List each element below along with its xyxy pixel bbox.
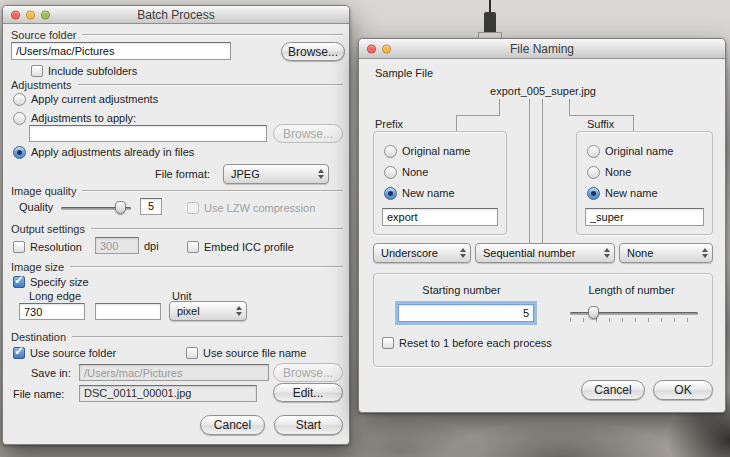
- suffix-name-input[interactable]: [585, 208, 704, 226]
- batch-titlebar[interactable]: Batch Process: [3, 6, 349, 24]
- suffix-separator-select[interactable]: None: [619, 243, 713, 263]
- batch-window-controls: [11, 10, 50, 19]
- suffix-none-label: None: [605, 166, 631, 178]
- checkbox-icon: [13, 241, 25, 253]
- resolution-label: Resolution: [30, 241, 82, 253]
- adjustments-file-input[interactable]: [29, 125, 267, 142]
- checkbox-icon: [186, 347, 198, 359]
- section-source-folder: Source folder: [11, 29, 343, 41]
- section-image-quality-label: Image quality: [11, 185, 76, 197]
- reset-before-process-label: Reset to 1 before each process: [399, 337, 552, 349]
- file-name-field: DSC_0011_00001.jpg: [79, 385, 257, 402]
- start-button[interactable]: Start: [274, 415, 343, 435]
- suffix-separator-value: None: [627, 247, 653, 259]
- short-edge-input[interactable]: [95, 303, 161, 320]
- radio-apply-adjustments-in-files[interactable]: Apply adjustments already in files: [13, 145, 194, 159]
- connector-line: [569, 99, 570, 115]
- use-lzw-label: Use LZW compression: [204, 202, 315, 214]
- section-image-quality: Image quality: [11, 185, 343, 197]
- naming-cancel-button[interactable]: Cancel: [581, 380, 645, 400]
- long-edge-input[interactable]: [19, 303, 85, 320]
- connector-line: [456, 116, 457, 131]
- suffix-box-label: Suffix: [587, 118, 614, 130]
- zoom-button[interactable]: [41, 10, 50, 19]
- prefix-original-label: Original name: [402, 145, 470, 157]
- radio-prefix-new-name[interactable]: New name: [384, 186, 455, 200]
- checkbox-checked-icon: ✓: [13, 276, 25, 288]
- radio-suffix-none[interactable]: None: [587, 165, 631, 179]
- use-source-file-name-checkbox[interactable]: Use source file name: [186, 346, 306, 360]
- popup-arrows-icon: [604, 248, 610, 258]
- reset-before-process-checkbox[interactable]: Reset to 1 before each process: [382, 336, 552, 350]
- quality-label: Quality: [19, 201, 53, 213]
- prefix-name-input[interactable]: [382, 208, 498, 226]
- quality-slider-thumb[interactable]: [115, 201, 126, 214]
- radio-suffix-new-name[interactable]: New name: [587, 186, 658, 200]
- include-subfolders-checkbox[interactable]: Include subfolders: [31, 64, 137, 78]
- checkbox-icon: [382, 337, 394, 349]
- minimize-button[interactable]: [26, 10, 35, 19]
- section-source-folder-label: Source folder: [11, 29, 76, 41]
- connector-line: [569, 115, 634, 116]
- long-edge-label: Long edge: [29, 290, 81, 302]
- resolution-input: [95, 237, 139, 254]
- unit-value: pixel: [177, 305, 200, 317]
- checkmark-icon: ✓: [14, 345, 24, 357]
- section-destination: Destination: [11, 331, 343, 343]
- dpi-label: dpi: [144, 240, 159, 252]
- quality-value-field[interactable]: 5: [140, 198, 162, 215]
- save-in-label: Save in:: [31, 367, 71, 379]
- use-source-folder-checkbox[interactable]: ✓ Use source folder: [13, 346, 116, 360]
- file-format-label: File format:: [155, 168, 210, 180]
- ok-button[interactable]: OK: [653, 380, 713, 400]
- batch-process-window: Batch Process Source folder Browse... In…: [2, 5, 350, 445]
- section-output-settings-label: Output settings: [11, 223, 85, 235]
- radio-icon: [384, 145, 397, 158]
- unit-select[interactable]: pixel: [169, 301, 247, 321]
- sequence-type-select[interactable]: Sequential number: [475, 243, 615, 263]
- specify-size-checkbox[interactable]: ✓ Specify size: [13, 275, 89, 289]
- statue-silhouette: [484, 12, 496, 34]
- sample-file-name: export_005_super.jpg: [359, 85, 727, 97]
- sequence-type-value: Sequential number: [483, 247, 575, 259]
- suffix-groupbox: Original name None New name: [576, 131, 713, 235]
- file-format-select[interactable]: JPEG: [223, 164, 329, 184]
- radio-adjustments-to-apply[interactable]: Adjustments to apply:: [13, 111, 136, 125]
- checkbox-icon: [187, 202, 199, 214]
- radio-suffix-original-name[interactable]: Original name: [587, 144, 673, 158]
- close-button[interactable]: [367, 44, 376, 53]
- prefix-separator-select[interactable]: Underscore: [373, 243, 471, 263]
- embed-icc-checkbox[interactable]: Embed ICC profile: [187, 240, 294, 254]
- edit-file-name-button[interactable]: Edit...: [273, 383, 343, 402]
- radio-prefix-original-name[interactable]: Original name: [384, 144, 470, 158]
- source-browse-button[interactable]: Browse...: [281, 42, 345, 61]
- connector-line: [542, 99, 543, 243]
- connector-line: [633, 116, 634, 131]
- file-naming-window: File Naming Sample File export_005_super…: [358, 38, 726, 413]
- section-adjustments: Adjustments: [11, 79, 343, 91]
- save-in-field: [79, 364, 269, 381]
- close-button[interactable]: [11, 10, 20, 19]
- popup-arrows-icon: [702, 248, 708, 258]
- checkbox-icon: [31, 65, 43, 77]
- minimize-button[interactable]: [382, 44, 391, 53]
- naming-window-controls: [367, 44, 391, 53]
- radio-selected-icon: [587, 187, 600, 200]
- radio-prefix-none[interactable]: None: [384, 165, 428, 179]
- resolution-checkbox[interactable]: Resolution: [13, 240, 82, 254]
- section-image-size: Image size: [11, 261, 343, 273]
- naming-titlebar[interactable]: File Naming: [359, 39, 725, 59]
- specify-size-label: Specify size: [30, 276, 89, 288]
- radio-apply-current-adjustments[interactable]: Apply current adjustments: [13, 92, 158, 106]
- number-length-slider-thumb[interactable]: [588, 306, 599, 319]
- apply-current-label: Apply current adjustments: [31, 93, 158, 105]
- checkbox-icon: [187, 241, 199, 253]
- batch-cancel-button[interactable]: Cancel: [200, 415, 265, 435]
- radio-icon: [587, 145, 600, 158]
- source-folder-input[interactable]: [11, 42, 231, 60]
- starting-number-input[interactable]: [398, 304, 534, 322]
- batch-window-title: Batch Process: [137, 8, 214, 22]
- number-length-slider-ticks: [570, 318, 699, 322]
- popup-arrows-icon: [236, 306, 242, 316]
- starting-number-label: Starting number: [374, 284, 549, 296]
